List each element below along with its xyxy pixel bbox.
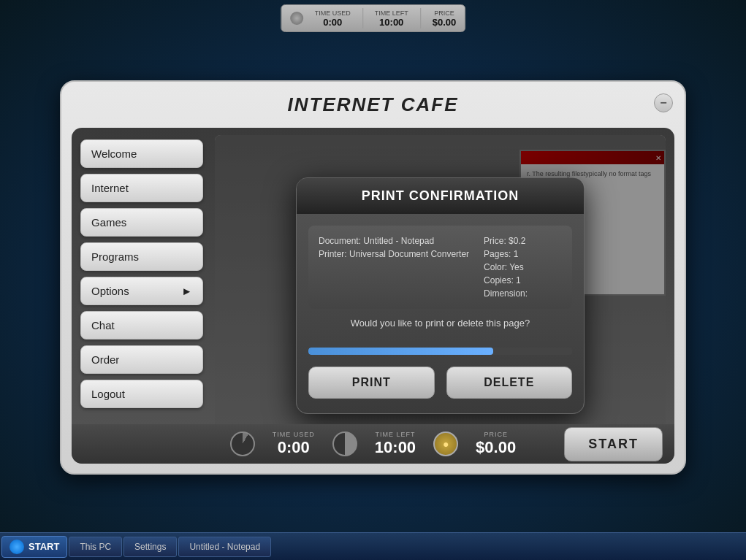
- time-used-clock-icon: [230, 431, 255, 456]
- top-bar-icon: [290, 12, 303, 25]
- document-label: Document: Untitled - Notepad: [319, 236, 469, 246]
- app-title: INTERNET CAFE: [288, 93, 459, 116]
- dimension-info: Dimension:: [484, 288, 528, 299]
- bottom-time-used-label: TIME USED: [273, 431, 315, 438]
- progress-bar-container: [308, 348, 572, 355]
- windows-icon: [9, 540, 24, 554]
- bottom-time-used-value: 0:00: [278, 438, 310, 457]
- progress-bar-fill: [308, 348, 493, 355]
- print-info-box: Document: Untitled - Notepad Printer: Un…: [308, 226, 572, 309]
- bottom-price-label: PRICE: [484, 431, 508, 438]
- start-button[interactable]: START: [564, 427, 663, 461]
- sidebar-item-logout[interactable]: Logout: [80, 380, 203, 408]
- top-status-bar: TIME USED 0:00 TIME LEFT 10:00 PRICE $0.…: [281, 4, 466, 32]
- top-time-used-value: 0:00: [323, 17, 342, 28]
- sidebar-item-games[interactable]: Games: [80, 208, 203, 237]
- print-question: Would you like to print or delete this p…: [308, 318, 572, 329]
- print-button[interactable]: PRINT: [308, 367, 435, 399]
- minimize-button[interactable]: −: [654, 93, 673, 112]
- bottom-price-value: $0.00: [476, 438, 516, 457]
- sidebar-item-options[interactable]: Options ►: [80, 277, 203, 305]
- modal-overlay: PRINT CONFIRMATION Document: Untitled - …: [215, 135, 666, 456]
- bottom-price: PRICE $0.00: [476, 431, 516, 457]
- modal-title: PRINT CONFIRMATION: [362, 188, 519, 203]
- top-price-label: PRICE: [434, 9, 454, 17]
- sidebar-item-welcome[interactable]: Welcome: [80, 139, 203, 168]
- taskbar-start-button[interactable]: START: [1, 536, 67, 558]
- top-time-left-value: 10:00: [379, 17, 403, 28]
- copies-info: Copies: 1: [484, 275, 528, 285]
- price-coin-icon: ●: [433, 431, 458, 456]
- modal-buttons: PRINT DELETE: [297, 367, 584, 399]
- bottom-time-left-value: 10:00: [375, 438, 416, 457]
- top-time-used-label: TIME USED: [315, 9, 351, 17]
- printer-label: Printer: Universal Document Converter: [319, 249, 469, 259]
- bottom-time-left: TIME LEFT 10:00: [375, 431, 416, 457]
- pages-info: Pages: 1: [484, 249, 528, 259]
- modal-body: Document: Untitled - Notepad Printer: Un…: [297, 214, 584, 348]
- bottom-time-left-label: TIME LEFT: [375, 431, 415, 438]
- main-area: ✕ r. The resulting filestypically no for…: [215, 135, 666, 456]
- top-time-left-label: TIME LEFT: [375, 9, 408, 17]
- preview-area: ✕ r. The resulting filestypically no for…: [215, 135, 666, 456]
- main-window: INTERNET CAFE − Welcome Internet Games P…: [60, 80, 686, 475]
- chevron-right-icon: ►: [181, 285, 192, 297]
- sidebar-item-chat[interactable]: Chat: [80, 311, 203, 340]
- price-info: Price: $0.2: [484, 236, 528, 246]
- title-bar: INTERNET CAFE −: [61, 82, 685, 128]
- divider-2: [420, 8, 421, 28]
- top-price: PRICE $0.00: [433, 9, 457, 28]
- bottom-time-used: TIME USED 0:00: [273, 431, 315, 457]
- print-confirmation-modal: PRINT CONFIRMATION Document: Untitled - …: [296, 177, 585, 414]
- taskbar-item-this-pc[interactable]: This PC: [69, 537, 122, 557]
- taskbar-item-settings[interactable]: Settings: [123, 537, 177, 557]
- time-left-clock-icon: [332, 431, 357, 456]
- top-price-value: $0.00: [433, 17, 457, 28]
- top-time-used: TIME USED 0:00: [315, 9, 351, 28]
- bottom-status-bar: TIME USED 0:00 TIME LEFT 10:00 ● PRICE $…: [72, 424, 674, 464]
- sidebar: Welcome Internet Games Programs Options …: [80, 139, 203, 408]
- sidebar-item-internet[interactable]: Internet: [80, 174, 203, 202]
- info-right: Price: $0.2 Pages: 1 Color: Yes Copies: …: [484, 236, 528, 299]
- info-left: Document: Untitled - Notepad Printer: Un…: [319, 236, 469, 299]
- divider-1: [362, 8, 363, 28]
- delete-button[interactable]: DELETE: [446, 367, 573, 399]
- modal-header: PRINT CONFIRMATION: [297, 178, 584, 214]
- taskbar-start-label: START: [28, 541, 59, 552]
- taskbar-item-notepad[interactable]: Untitled - Notepad: [178, 537, 271, 557]
- taskbar: START This PC Settings Untitled - Notepa…: [0, 532, 746, 560]
- sidebar-item-programs[interactable]: Programs: [80, 242, 203, 271]
- sidebar-item-order[interactable]: Order: [80, 345, 203, 374]
- inner-content: Welcome Internet Games Programs Options …: [72, 128, 674, 464]
- top-time-left: TIME LEFT 10:00: [375, 9, 408, 28]
- color-info: Color: Yes: [484, 262, 528, 272]
